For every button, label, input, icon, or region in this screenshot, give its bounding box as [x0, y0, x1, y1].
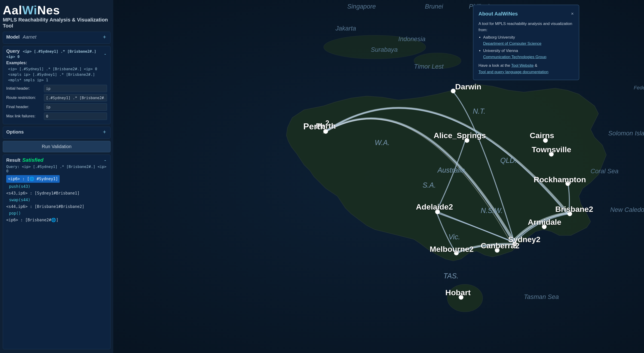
about-description: A tool for MPLS reachability analysis an…	[478, 20, 574, 33]
label-adelaide: Adelaide2	[416, 202, 453, 211]
label-hobart: Hobart	[446, 288, 471, 297]
max-link-failures-row: Max link failures:	[6, 112, 107, 120]
app-title-block: AalWiNes MPLS Reachability Analysis & Vi…	[3, 4, 110, 29]
label-brisbane: Brisbane2	[555, 205, 593, 213]
label-qld: QLD.	[500, 156, 517, 164]
app-subtitle: MPLS Reachability Analysis & Visualizati…	[3, 17, 110, 29]
about-institution-0: Aalborg University	[483, 35, 515, 39]
about-title: About AalWiNes	[478, 10, 518, 18]
about-note: Have a look at the Tool Website & Tool a…	[478, 62, 574, 75]
trace-line-4: <s44,ip6> : [Brisbane1#Brisbane2]	[6, 203, 107, 210]
route-restriction-label: Route restriction:	[6, 95, 42, 100]
trace-line-1: push(s43)	[6, 183, 107, 190]
example2: <smpls ip> [.#Sydney1] .* [Brisbane2#.] …	[8, 72, 107, 83]
label-micronesia: Federated States of Micronesia	[634, 85, 644, 90]
app-title: AalWiNes	[3, 4, 110, 17]
trace-line-2: <s43,ip6> : [Sydney1#Brisbane1]	[6, 190, 107, 197]
options-header: Options +	[6, 129, 107, 135]
final-header-input[interactable]	[44, 103, 107, 111]
example1: <ip> [.#Sydney1] .* [Brisbane2#.] <ip> 0	[8, 66, 107, 72]
options-section: Options +	[3, 127, 110, 139]
label-rockhampton: Rockhampton	[534, 175, 586, 184]
label-armidale: Armidale	[528, 218, 561, 226]
initial-header-input[interactable]	[44, 85, 107, 92]
label-coral: Coral Sea	[590, 167, 618, 175]
about-title-colored: AalWiNes	[494, 11, 518, 17]
label-nt: N.T.	[473, 107, 486, 115]
model-header: Model Aarnet +	[6, 34, 107, 40]
max-link-failures-input[interactable]	[44, 112, 107, 120]
label-melbourne: Melbourne2	[430, 245, 474, 253]
label-jakarta: Jakarta	[335, 25, 356, 32]
left-panel: AalWiNes MPLS Reachability Analysis & Vi…	[0, 0, 113, 353]
route-restriction-row: Route restriction:	[6, 94, 107, 101]
query-section: Query <ip> [.#Sydney1] .* [Brisbane2#.] …	[3, 46, 110, 124]
about-panel: About AalWiNes × A tool for MPLS reachab…	[473, 4, 579, 80]
label-singapore: Singapore	[347, 3, 376, 10]
about-note-prefix: Have a look at the	[478, 63, 511, 68]
label-darwin: Darwin	[455, 82, 481, 91]
label-wa: W.A.	[375, 139, 390, 146]
model-label: Model Aarnet	[6, 34, 36, 40]
dot-darwin	[451, 89, 456, 93]
trace-line-0: <ip6> : [🌐 #Sydney1]	[6, 175, 107, 183]
about-doc-link[interactable]: Tool and query language documentation	[478, 70, 548, 74]
label-vic: Vic.	[448, 233, 460, 241]
query-header-text: Query <ip> [.#Sydney1] .* [Brisbane2#.] …	[6, 48, 103, 59]
about-note-middle: &	[534, 63, 537, 68]
label-cairns: Cairns	[530, 131, 554, 140]
trace-line-6: <ip6> : [Brisbane2#🌐]	[6, 217, 107, 223]
trace-action-0: push(s43)	[9, 184, 30, 189]
query-label: Query	[6, 48, 20, 54]
trace-highlight-0: <ip6> : [🌐 #Sydney1]	[6, 175, 60, 183]
about-list-item-1: University of Vienna Communication Techn…	[483, 47, 574, 60]
result-collapse-button[interactable]: -	[103, 157, 107, 163]
label-indonesia: Indonesia	[398, 35, 426, 42]
label-surabaya: Surabaya	[371, 46, 398, 53]
about-institution-1: University of Vienna	[483, 48, 518, 53]
result-trace: <ip6> : [🌐 #Sydney1] push(s43) <s43,ip6>…	[6, 175, 107, 223]
trace-line-3: swap(s44)	[6, 197, 107, 203]
run-validation-button[interactable]: Run Validation	[3, 141, 110, 152]
trace-line-5: pop()	[6, 210, 107, 217]
about-list-item-0: Aalborg University Department of Compute…	[483, 34, 574, 47]
label-solomon: Solomon Islands	[608, 130, 644, 137]
about-title-plain: About	[478, 11, 494, 17]
final-header-label: Final header:	[6, 105, 42, 109]
result-label: Result	[6, 158, 20, 163]
trace-action-2: pop()	[9, 211, 21, 216]
query-collapse-button[interactable]: -	[103, 51, 107, 57]
label-brunei: Brunei	[425, 3, 443, 10]
model-section: Model Aarnet +	[3, 32, 110, 44]
label-australia: Australia	[437, 166, 465, 174]
result-header: Result Satisfied -	[6, 157, 107, 163]
about-tool-website-link[interactable]: Tool Website	[511, 63, 534, 68]
label-townsville: Townsville	[532, 145, 571, 154]
label-nsw: N.S.W.	[480, 207, 503, 214]
final-header-row: Final header:	[6, 103, 107, 111]
label-sa: S.A.	[422, 181, 436, 189]
about-link-dcs[interactable]: Department of Computer Science	[483, 41, 541, 46]
route-restriction-input[interactable]	[44, 94, 107, 101]
options-expand-button[interactable]: +	[102, 129, 107, 135]
query-text-display: <ip> [.#Sydney1] .* [Brisbane2#.] <ip> 0	[6, 49, 96, 59]
about-close-button[interactable]: ×	[571, 11, 574, 16]
options-label: Options	[6, 129, 24, 135]
about-link-ctg[interactable]: Communication Technologies Group	[483, 55, 546, 59]
model-expand-button[interactable]: +	[102, 34, 107, 40]
query-header: Query <ip> [.#Sydney1] .* [Brisbane2#.] …	[6, 48, 107, 59]
about-list: Aalborg University Department of Compute…	[483, 34, 574, 60]
app-title-wi: Wi	[22, 3, 37, 17]
initial-header-row: Initial header:	[6, 85, 107, 92]
result-query-display: Query: <ip> [.#Sydney1] .* [Brisbane2#.]…	[6, 164, 107, 173]
label-tas: TAS.	[443, 272, 458, 280]
label-alice: Alice_Springs	[434, 131, 486, 140]
result-section: Result Satisfied - Query: <ip> [.#Sydney…	[3, 155, 110, 349]
max-link-failures-label: Max link failures:	[6, 114, 42, 118]
label-sydney: Sydney2	[508, 235, 540, 244]
model-value: Aarnet	[23, 34, 36, 39]
result-status: Satisfied	[22, 157, 44, 163]
examples-label: Examples:	[6, 60, 107, 65]
label-newcal: New Caledonia	[610, 206, 644, 213]
about-header: About AalWiNes ×	[478, 10, 574, 18]
